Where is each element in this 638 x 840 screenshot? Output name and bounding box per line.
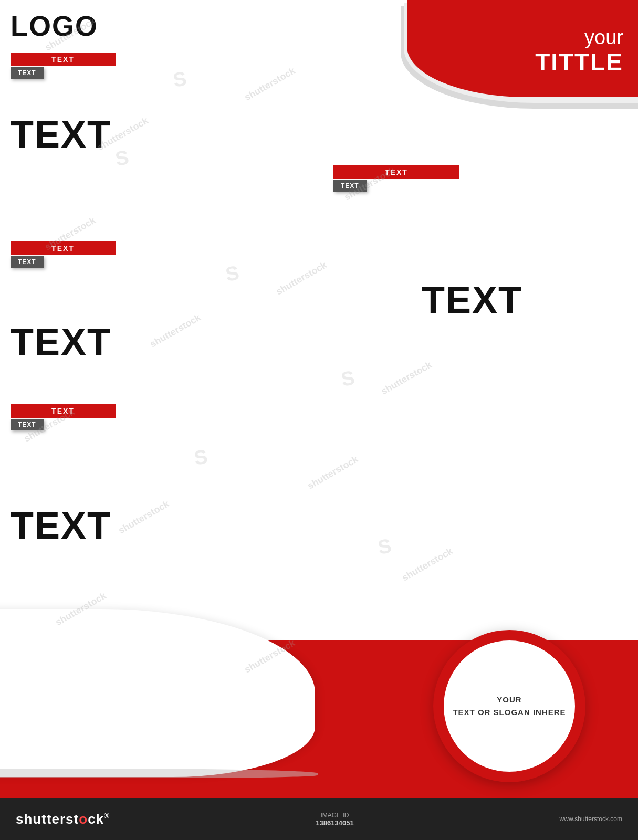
big-text-label-1: TEXT xyxy=(11,113,111,155)
logo-area: LOGO xyxy=(11,9,98,42)
big-text-5: TeXt xyxy=(11,504,111,547)
ss-icon-4: S xyxy=(192,445,209,470)
footer-image-id: 1386134051 xyxy=(316,819,353,827)
circle-text: YOUR TEXT OR SLOGAN INHERE xyxy=(453,694,566,719)
wm-11: shutterstock xyxy=(117,498,171,536)
badge-1-gray: TEXT xyxy=(11,67,44,79)
badge-1-red: TEXT xyxy=(11,52,116,66)
footer-logo-o: o xyxy=(79,811,88,827)
wm-2: shutterstock xyxy=(243,65,297,103)
badge-group-1: TEXT TEXT xyxy=(11,52,116,79)
badge-4-red: TEXT xyxy=(11,404,116,418)
wave-shadow-line xyxy=(0,769,318,778)
badge-group-4: TEXT TEXT xyxy=(11,404,116,430)
footer-logo-main: shutterst xyxy=(16,811,79,827)
top-right-banner-container: your TITTLE xyxy=(386,0,638,110)
badge-4-gray: TEXT xyxy=(11,419,44,430)
circle-element: YOUR TEXT OR SLOGAN INHERE xyxy=(433,630,585,782)
ss-icon-3: S xyxy=(339,366,356,391)
banner-line1: your xyxy=(535,27,623,49)
ss-icon-1: S xyxy=(113,146,130,171)
circle-line2: TEXT OR SLOGAN INHERE xyxy=(453,706,566,719)
ss-icon-6: S xyxy=(171,67,188,92)
footer-url: www.shutterstock.com xyxy=(560,815,622,823)
wave-white-left xyxy=(0,609,315,777)
footer-logo: shutterstock® xyxy=(16,811,110,827)
badge-2-gray: TEXT xyxy=(333,180,367,192)
wm-12: shutterstock xyxy=(400,545,455,583)
big-text-label-3: TEXT xyxy=(11,321,111,363)
big-text-1: TEXT xyxy=(11,113,111,156)
big-text-3: TEXT xyxy=(11,320,111,363)
wm-7: shutterstock xyxy=(148,312,203,350)
wm-6: shutterstock xyxy=(274,259,329,297)
big-text-label-2: TEXT xyxy=(422,279,522,321)
ss-icon-5: S xyxy=(376,534,393,559)
banner-line2: TITTLE xyxy=(535,49,623,76)
badge-group-2: TEXT TEXT xyxy=(333,165,459,192)
big-text-2: TEXT xyxy=(422,278,522,321)
wm-8: shutterstock xyxy=(379,359,434,397)
footer-logo-suffix: ck xyxy=(88,811,104,827)
footer-trademark: ® xyxy=(104,812,110,820)
footer-image-id-label: IMAGE ID xyxy=(316,812,353,819)
badge-group-3: TEXT TEXT xyxy=(11,242,116,268)
banner-title: your TITTLE xyxy=(535,27,623,75)
badge-3-red: TEXT xyxy=(11,242,116,255)
wm-10: shutterstock xyxy=(306,454,360,491)
ss-icon-2: S xyxy=(224,261,240,286)
badge-3-gray: TEXT xyxy=(11,256,44,268)
footer-bar: shutterstock® IMAGE ID 1386134051 www.sh… xyxy=(0,798,638,840)
logo-text: LOGO xyxy=(11,10,98,41)
circle-line1: YOUR xyxy=(453,694,566,706)
big-text-label-5: TeXt xyxy=(11,505,111,547)
footer-image-info: IMAGE ID 1386134051 xyxy=(316,812,353,827)
badge-2-red: TEXT xyxy=(333,165,459,179)
